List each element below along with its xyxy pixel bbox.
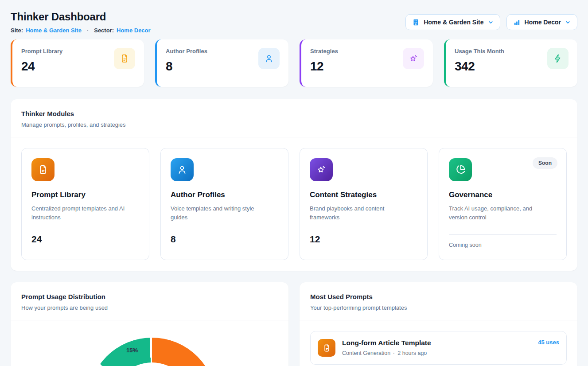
site-link[interactable]: Home & Garden Site <box>26 27 82 34</box>
chevron-down-icon <box>565 19 571 25</box>
usage-card-header: Prompt Usage Distribution How your promp… <box>11 282 288 320</box>
module-title: Author Profiles <box>171 191 278 199</box>
module-description: Brand playbooks and content frameworks <box>310 204 412 222</box>
sector-dropdown-label: Home Decor <box>525 19 561 26</box>
dot-separator: · <box>393 350 395 356</box>
document-icon <box>114 48 135 69</box>
prompts-card-header: Most Used Prompts Your top-performing pr… <box>300 282 577 320</box>
lightning-icon <box>547 48 569 69</box>
stat-value: 12 <box>310 59 338 74</box>
usage-card-title: Prompt Usage Distribution <box>21 293 278 300</box>
dashboard-page: Thinker Dashboard Site: Home & Garden Si… <box>0 0 588 366</box>
modules-panel-header: Thinker Modules Manage prompts, profiles… <box>11 99 577 137</box>
module-card-governance[interactable]: Soon Governance Track AI usage, complian… <box>439 148 567 260</box>
header-controls: Home & Garden Site Home Decor <box>405 14 577 30</box>
donut-percent-label: 15% <box>126 347 138 354</box>
module-card-prompt-library[interactable]: Prompt Library Centralized prompt templa… <box>21 148 149 260</box>
thinker-modules-panel: Thinker Modules Manage prompts, profiles… <box>11 99 577 271</box>
sector-dropdown[interactable]: Home Decor <box>506 14 577 30</box>
prompt-list-item[interactable]: Long-form Article Template 45 uses Conte… <box>310 331 567 365</box>
module-title: Governance <box>449 191 557 199</box>
module-description: Centralized prompt templates and AI inst… <box>31 204 133 222</box>
prompts-card-subtitle: Your top-performing prompt templates <box>310 304 567 311</box>
donut-hole <box>113 362 191 366</box>
usage-distribution-card: Prompt Usage Distribution How your promp… <box>11 282 288 366</box>
stat-label: Usage This Month <box>455 48 504 55</box>
prompts-card-title: Most Used Prompts <box>310 293 567 300</box>
module-count: 12 <box>310 234 417 245</box>
bottom-row: Prompt Usage Distribution How your promp… <box>11 282 577 366</box>
stat-card-usage: Usage This Month 342 <box>444 39 577 87</box>
donut-chart[interactable] <box>88 338 216 366</box>
module-title: Prompt Library <box>31 191 139 199</box>
prompt-category: Content Generation <box>342 350 390 356</box>
stat-value: 8 <box>166 59 207 74</box>
site-sector-line: Site: Home & Garden Site · Sector: Home … <box>11 27 151 34</box>
sparkle-star-icon <box>403 48 424 69</box>
building-icon <box>412 19 420 26</box>
site-dropdown[interactable]: Home & Garden Site <box>405 14 500 30</box>
sector-label: Sector: <box>94 27 114 34</box>
user-icon <box>171 158 194 181</box>
prompt-list: Long-form Article Template 45 uses Conte… <box>300 320 577 366</box>
prompt-time: 2 hours ago <box>397 350 427 356</box>
stat-card-author-profiles: Author Profiles 8 <box>155 39 288 87</box>
document-icon <box>318 339 335 357</box>
most-used-prompts-card: Most Used Prompts Your top-performing pr… <box>300 282 577 366</box>
module-title: Content Strategies <box>310 191 417 199</box>
dot-separator: · <box>87 27 89 34</box>
stat-value: 24 <box>21 59 62 74</box>
header-titles: Thinker Dashboard Site: Home & Garden Si… <box>11 11 151 34</box>
usage-card-subtitle: How your prompts are being used <box>21 304 278 311</box>
prompt-meta: Content Generation · 2 hours ago <box>342 350 559 356</box>
bar-chart-icon <box>513 19 521 26</box>
page-header: Thinker Dashboard Site: Home & Garden Si… <box>11 11 577 34</box>
stat-label: Author Profiles <box>166 48 207 55</box>
soon-badge: Soon <box>533 157 557 169</box>
module-count: 24 <box>31 234 139 245</box>
stat-label: Prompt Library <box>21 48 62 55</box>
stat-label: Strategies <box>310 48 338 55</box>
document-icon <box>31 158 55 181</box>
stat-card-prompt-library: Prompt Library 24 <box>11 39 144 87</box>
coming-soon-text: Coming soon <box>449 242 557 248</box>
stats-row: Prompt Library 24 Author Profiles 8 Stra… <box>11 39 577 87</box>
module-card-content-strategies[interactable]: Content Strategies Brand playbooks and c… <box>300 148 428 260</box>
pie-chart-icon <box>449 158 472 181</box>
module-count: 8 <box>171 234 278 245</box>
module-description: Voice templates and writing style guides <box>171 204 273 222</box>
site-dropdown-label: Home & Garden Site <box>424 19 483 26</box>
stat-card-strategies: Strategies 12 <box>300 39 433 87</box>
module-divider <box>449 234 557 235</box>
page-title: Thinker Dashboard <box>11 11 151 23</box>
prompt-title: Long-form Article Template <box>342 339 431 347</box>
sparkle-star-icon <box>310 158 333 181</box>
stat-value: 342 <box>455 59 504 74</box>
sector-link[interactable]: Home Decor <box>117 27 151 34</box>
chevron-down-icon <box>488 19 494 25</box>
user-icon <box>258 48 280 69</box>
donut-chart-area: 15% <box>11 320 288 366</box>
modules-grid: Prompt Library Centralized prompt templa… <box>11 137 577 271</box>
modules-panel-title: Thinker Modules <box>21 110 567 117</box>
prompt-uses-count: 45 uses <box>538 339 559 346</box>
modules-panel-subtitle: Manage prompts, profiles, and strategies <box>21 121 567 128</box>
module-description: Track AI usage, compliance, and version … <box>449 204 551 222</box>
site-label: Site: <box>11 27 23 34</box>
module-card-author-profiles[interactable]: Author Profiles Voice templates and writ… <box>160 148 288 260</box>
